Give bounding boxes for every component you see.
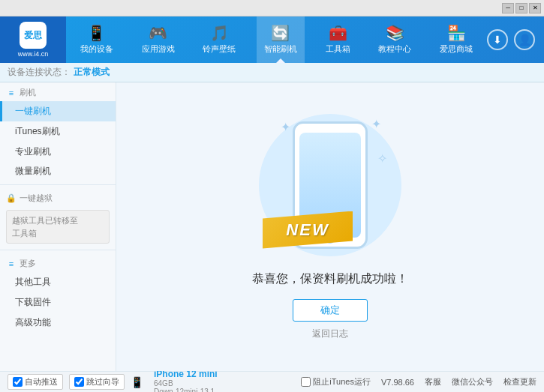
auto-push-checkbox[interactable] [13,377,23,387]
toolbox-icon: 🧰 [329,25,347,40]
sidebar-advanced[interactable]: 高级功能 [0,313,116,333]
confirm-button-label: 确定 [320,304,340,317]
flash-section-icon: ≡ [6,88,17,98]
jailbreak-notice: 越狱工具已转移至 工具箱 [6,210,110,244]
sidebar-itunes-flash[interactable]: iTunes刷机 [0,121,116,142]
sidebar-jailbreak-header: 🔒 一键越狱 [0,188,116,207]
device-info: iPhone 12 mini 64GB Down-12mini-13,1 [154,369,218,393]
flash-section-label: 刷机 [20,87,36,98]
logo-text: 爱思 [24,29,42,42]
nav-store-label: 爱思商城 [440,43,473,55]
customer-service-link[interactable]: 客服 [425,376,441,388]
sidebar-wipe-flash[interactable]: 微量刷机 [0,161,116,181]
nav-toolbox[interactable]: 🧰 工具箱 [318,16,358,63]
sparkle-2: ✦ [371,117,381,131]
more-section-label: 更多 [20,258,36,269]
stop-itunes-label: 阻止iTunes运行 [313,376,371,388]
nav-smart-flash[interactable]: 🔄 智能刷机 [257,16,305,63]
nav-my-device[interactable]: 📱 我的设备 [73,16,121,63]
device-icon: 📱 [131,376,143,388]
sidebar-divider-2 [0,250,116,250]
nav-ringtones[interactable]: 🎵 铃声壁纸 [195,16,243,63]
title-bar: ─ □ ✕ [0,0,544,16]
wechat-link[interactable]: 微信公众号 [452,376,493,388]
device-version: Down-12mini-13,1 [154,388,218,393]
sidebar-download-firmware[interactable]: 下载固件 [0,292,116,313]
confirm-button[interactable]: 确定 [293,299,368,322]
check-update-link[interactable]: 检查更新 [503,376,536,388]
my-device-icon: 📱 [87,25,106,40]
jailbreak-lock-icon: 🔒 [6,193,17,204]
sparkle-1: ✦ [281,120,290,134]
bottom-right: 阻止iTunes运行 V7.98.66 客服 微信公众号 检查更新 [301,376,536,388]
logo-url: www.i4.cn [18,50,49,58]
sidebar-divider-1 [0,184,116,185]
more-section-icon: ≡ [6,259,17,269]
nav-tutorials[interactable]: 📚 教程中心 [371,16,419,63]
bottom-bar: 自动推送 跳过向导 📱 iPhone 12 mini 64GB Down-12m… [0,371,544,392]
sidebar: ≡ 刷机 一键刷机 iTunes刷机 专业刷机 微量刷机 🔒 一键越狱 越狱工具… [0,82,116,371]
device-row: 📱 iPhone 12 mini 64GB Down-12mini-13,1 [131,369,218,393]
sidebar-other-tools[interactable]: 其他工具 [0,272,116,292]
nav-apps-games[interactable]: 🎮 应用游戏 [134,16,182,63]
skip-wizard-label: 跳过向导 [86,376,119,388]
content-area: ✦ ✦ ✧ NEW 恭喜您，保资料刷机成功啦！ 确定 返回日志 [116,82,544,371]
skip-wizard-checkbox-label[interactable]: 跳过向导 [69,374,125,390]
sidebar-flash-header: ≡ 刷机 [0,82,116,101]
minimize-button[interactable]: ─ [502,3,514,13]
user-button[interactable]: 👤 [514,29,535,50]
back-home-label: 返回日志 [312,328,348,339]
window-controls: ─ □ ✕ [502,3,541,13]
version-text: V7.98.66 [381,378,414,387]
nav-my-device-label: 我的设备 [80,43,113,55]
ringtones-icon: 🎵 [210,25,229,40]
status-bar: 设备连接状态： 正常模式 [0,63,544,82]
success-text: 恭喜您，保资料刷机成功啦！ [252,271,408,287]
phone-illustration: ✦ ✦ ✧ NEW [270,114,390,256]
bottom-left: 自动推送 跳过向导 📱 iPhone 12 mini 64GB Down-12m… [8,369,218,393]
auto-push-label: 自动推送 [25,376,58,388]
store-icon: 🏪 [447,25,466,40]
back-home-link[interactable]: 返回日志 [312,328,348,340]
nav-items: 📱 我的设备 🎮 应用游戏 🎵 铃声壁纸 🔄 智能刷机 🧰 工具箱 📚 教程中心… [66,16,487,63]
jailbreak-section-label: 一键越狱 [20,193,53,204]
sidebar-more-header: ≡ 更多 [0,253,116,272]
skip-wizard-checkbox[interactable] [74,377,84,387]
smart-flash-icon: 🔄 [271,25,290,40]
main-area: ≡ 刷机 一键刷机 iTunes刷机 专业刷机 微量刷机 🔒 一键越狱 越狱工具… [0,82,544,371]
logo: 爱思 www.i4.cn [0,16,66,63]
nav-apps-games-label: 应用游戏 [142,43,175,55]
sparkle-3: ✧ [377,151,387,166]
stop-itunes-checkbox[interactable] [301,377,311,387]
sidebar-onekey-flash[interactable]: 一键刷机 [0,101,116,121]
sidebar-pro-flash[interactable]: 专业刷机 [0,142,116,162]
status-value: 正常模式 [74,66,110,79]
nav-tutorials-label: 教程中心 [378,43,411,55]
nav-toolbox-label: 工具箱 [326,43,350,55]
header: 爱思 www.i4.cn 📱 我的设备 🎮 应用游戏 🎵 铃声壁纸 🔄 智能刷机… [0,16,544,63]
nav-ringtones-label: 铃声壁纸 [203,43,236,55]
apps-games-icon: 🎮 [149,25,167,40]
device-storage: 64GB [154,379,218,388]
download-button[interactable]: ⬇ [487,29,508,50]
status-label: 设备连接状态： [8,66,71,79]
nav-right: ⬇ 👤 [487,29,544,50]
tutorials-icon: 📚 [386,25,404,40]
logo-icon: 爱思 [20,22,47,49]
close-button[interactable]: ✕ [529,3,541,13]
nav-smart-flash-label: 智能刷机 [264,43,297,55]
stop-itunes[interactable]: 阻止iTunes运行 [301,376,371,388]
auto-push-checkbox-label[interactable]: 自动推送 [8,374,63,390]
maximize-button[interactable]: □ [515,3,527,13]
nav-store[interactable]: 🏪 爱思商城 [432,16,480,63]
